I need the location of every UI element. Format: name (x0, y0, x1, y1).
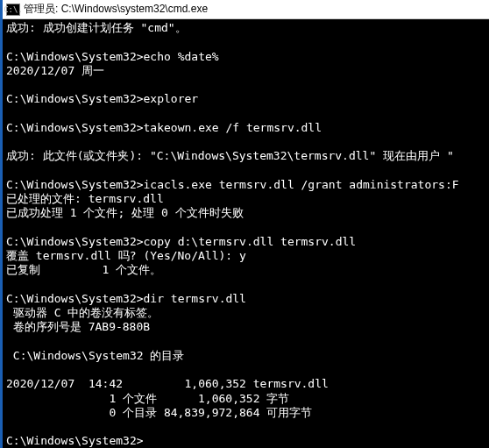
terminal-output[interactable]: 成功: 成功创建计划任务 "cmd"。 C:\Windows\System32>… (3, 19, 489, 448)
window-title: 管理员: C:\Windows\system32\cmd.exe (24, 2, 208, 17)
cmd-icon: C:\. (6, 4, 20, 16)
window-titlebar[interactable]: C:\. 管理员: C:\Windows\system32\cmd.exe (3, 0, 489, 19)
